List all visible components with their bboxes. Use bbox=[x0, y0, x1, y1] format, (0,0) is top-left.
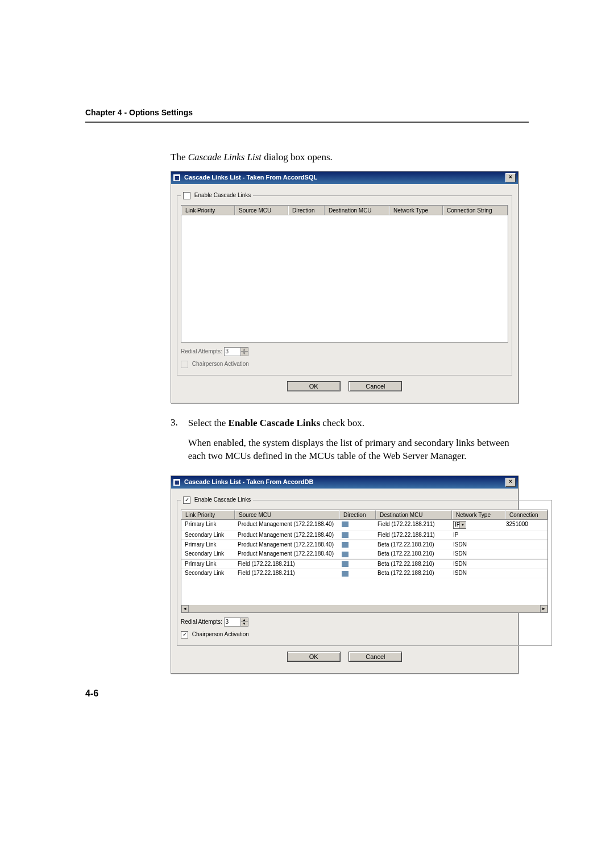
chairperson-checkbox[interactable]: ✓ bbox=[181, 631, 188, 639]
step-instruction: Select the Enable Cascade Links check bo… bbox=[188, 417, 529, 430]
app-icon: ▦ bbox=[173, 479, 180, 486]
dialog-title: Cascade Links List - Taken From AccordDB bbox=[184, 478, 313, 485]
cell-network: ISDN bbox=[450, 549, 503, 558]
cell-connection: 3251000 bbox=[503, 520, 544, 530]
cell-direction bbox=[338, 520, 374, 530]
cell-connection bbox=[503, 560, 544, 568]
spin-up-icon[interactable]: ▲ bbox=[241, 348, 248, 352]
group-legend: Enable Cascade Links bbox=[181, 192, 253, 199]
direction-icon bbox=[342, 552, 349, 557]
cell-connection bbox=[503, 531, 544, 539]
chairperson-row: Chairperson Activation bbox=[181, 361, 508, 368]
header-rule bbox=[85, 122, 529, 123]
redial-input[interactable] bbox=[225, 618, 240, 626]
redial-spinner[interactable]: ▲ ▼ bbox=[224, 617, 248, 627]
ok-button[interactable]: OK bbox=[287, 381, 341, 391]
step-close: check box. bbox=[320, 418, 364, 428]
cell-destination: Beta (172.22.188.210) bbox=[374, 560, 450, 568]
intro-italic: Cascade Links List bbox=[188, 152, 262, 162]
cell-connection bbox=[503, 540, 544, 549]
enable-cascade-group: ✓ Enable Cascade Links Link Priority Sou… bbox=[177, 496, 552, 646]
col-network-type[interactable]: Network Type bbox=[389, 206, 443, 215]
cascade-links-dialog-empty: ▦ Cascade Links List - Taken From Accord… bbox=[171, 171, 518, 403]
col-link-priority[interactable]: Link Priority bbox=[181, 510, 235, 519]
table-row[interactable]: Primary LinkProduct Management (172.22.1… bbox=[181, 520, 547, 531]
chapter-heading: Chapter 4 - Options Settings bbox=[85, 108, 529, 117]
dialog-title: Cascade Links List - Taken From AccordSQ… bbox=[184, 174, 317, 181]
col-direction[interactable]: Direction bbox=[339, 510, 376, 519]
cell-destination: Field (172.22.188.211) bbox=[374, 520, 450, 530]
cell-priority: Secondary Link bbox=[181, 549, 234, 558]
cell-priority: Primary Link bbox=[181, 560, 234, 568]
col-destination-mcu[interactable]: Destination MCU bbox=[376, 510, 452, 519]
cell-destination: Beta (172.22.188.210) bbox=[374, 569, 450, 577]
close-icon[interactable]: × bbox=[505, 173, 516, 182]
titlebar: ▦ Cascade Links List - Taken From Accord… bbox=[171, 172, 518, 184]
cell-direction bbox=[338, 540, 374, 549]
cancel-button[interactable]: Cancel bbox=[349, 652, 402, 662]
table-row[interactable]: Primary LinkField (172.22.188.211)Beta (… bbox=[181, 559, 547, 569]
cell-connection bbox=[503, 569, 544, 577]
table-row[interactable]: Secondary LinkProduct Management (172.22… bbox=[181, 531, 547, 540]
cell-priority: Primary Link bbox=[181, 540, 234, 549]
cell-destination: Beta (172.22.188.210) bbox=[374, 549, 450, 558]
cell-source: Product Management (172.22.188.40) bbox=[234, 540, 338, 549]
chairperson-checkbox bbox=[181, 361, 188, 368]
redial-row: Redial Attempts: ▲ ▼ bbox=[181, 617, 548, 627]
cell-direction bbox=[338, 560, 374, 568]
titlebar: ▦ Cascade Links List - Taken From Accord… bbox=[171, 476, 518, 489]
cell-network: ISDN bbox=[450, 569, 503, 577]
cell-priority: Secondary Link bbox=[181, 569, 234, 577]
cascade-links-dialog-populated: ▦ Cascade Links List - Taken From Accord… bbox=[171, 475, 518, 674]
spin-up-icon[interactable]: ▲ bbox=[241, 618, 248, 623]
scroll-left-icon[interactable]: ◂ bbox=[181, 605, 189, 612]
step-number: 3. bbox=[171, 417, 178, 470]
chairperson-label: Chairperson Activation bbox=[192, 631, 249, 637]
col-network-type[interactable]: Network Type bbox=[452, 510, 505, 519]
enable-cascade-checkbox[interactable]: ✓ bbox=[183, 496, 190, 504]
cell-network: ISDN bbox=[450, 540, 503, 549]
table-row[interactable]: Secondary LinkField (172.22.188.211)Beta… bbox=[181, 569, 547, 578]
intro-paragraph: The Cascade Links List dialog box opens. bbox=[171, 151, 529, 164]
redial-input[interactable] bbox=[225, 348, 240, 356]
col-source-mcu[interactable]: Source MCU bbox=[235, 206, 288, 215]
ok-button[interactable]: OK bbox=[287, 652, 341, 662]
col-destination-mcu[interactable]: Destination MCU bbox=[325, 206, 389, 215]
col-link-priority[interactable]: Link Priority bbox=[181, 206, 235, 215]
table-row[interactable]: Primary LinkProduct Management (172.22.1… bbox=[181, 540, 547, 549]
scroll-right-icon[interactable]: ▸ bbox=[540, 605, 547, 612]
spin-down-icon[interactable]: ▼ bbox=[241, 622, 248, 626]
horizontal-scrollbar[interactable]: ◂ ▸ bbox=[181, 605, 547, 612]
col-source-mcu[interactable]: Source MCU bbox=[235, 510, 339, 519]
redial-row: Redial Attempts: ▲ ▼ bbox=[181, 347, 508, 356]
step-description: When enabled, the system displays the li… bbox=[188, 437, 529, 463]
close-icon[interactable]: × bbox=[505, 478, 516, 487]
cell-priority: Secondary Link bbox=[181, 531, 234, 539]
direction-icon bbox=[342, 561, 349, 567]
table-header: Link Priority Source MCU Direction Desti… bbox=[181, 510, 547, 520]
col-connection-string[interactable]: Connection String bbox=[443, 206, 508, 215]
cell-source: Product Management (172.22.188.40) bbox=[234, 549, 338, 558]
enable-cascade-checkbox[interactable] bbox=[183, 192, 190, 199]
cell-source: Product Management (172.22.188.40) bbox=[234, 531, 338, 539]
table-row[interactable]: Secondary LinkProduct Management (172.22… bbox=[181, 549, 547, 558]
links-table-empty: Link Priority Source MCU Direction Desti… bbox=[181, 205, 508, 343]
direction-icon bbox=[342, 571, 349, 577]
cell-direction bbox=[338, 569, 374, 577]
app-icon: ▦ bbox=[173, 174, 180, 181]
direction-icon bbox=[342, 542, 349, 548]
redial-spinner: ▲ ▼ bbox=[224, 347, 248, 356]
cell-priority: Primary Link bbox=[181, 520, 234, 530]
step-bold: Enable Cascade Links bbox=[229, 418, 321, 428]
col-connection[interactable]: Connection bbox=[505, 510, 547, 519]
spin-down-icon[interactable]: ▼ bbox=[241, 352, 248, 356]
direction-icon bbox=[342, 532, 349, 538]
direction-icon bbox=[342, 521, 349, 527]
enable-cascade-label: Enable Cascade Links bbox=[194, 496, 251, 503]
cancel-button[interactable]: Cancel bbox=[349, 381, 402, 391]
network-type-select[interactable]: IP bbox=[453, 521, 466, 529]
redial-label: Redial Attempts: bbox=[181, 618, 222, 624]
cell-direction bbox=[338, 531, 374, 539]
col-direction[interactable]: Direction bbox=[288, 206, 325, 215]
cell-connection bbox=[503, 549, 544, 558]
